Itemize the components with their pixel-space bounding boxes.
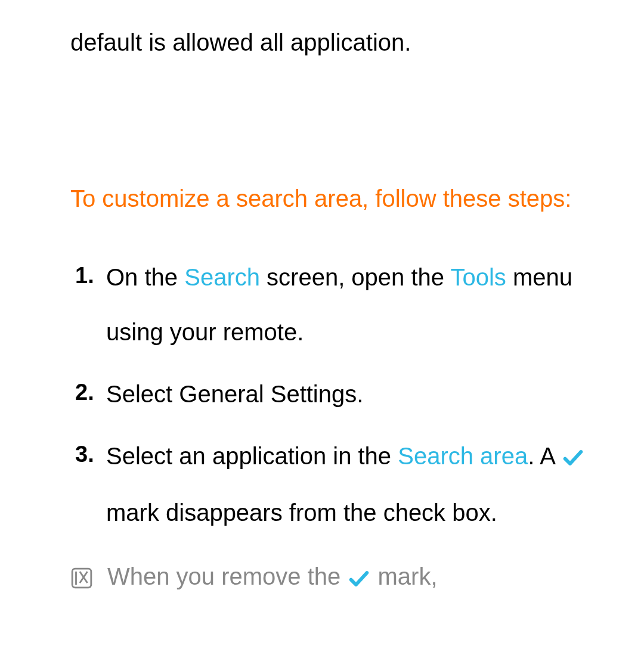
note-text-a: When you remove the xyxy=(107,563,347,589)
step-3: Select an application in the Search area… xyxy=(75,429,621,540)
search-highlight: Search xyxy=(184,264,260,290)
search-area-highlight: Search area xyxy=(398,443,528,469)
step-2: Select General Settings. xyxy=(75,367,621,421)
tools-highlight: Tools xyxy=(450,264,506,290)
step-1-text-b: screen, open the xyxy=(260,264,451,290)
check-icon xyxy=(561,430,585,485)
svg-rect-0 xyxy=(72,569,91,588)
section-heading: To customize a search area, follow these… xyxy=(70,171,621,226)
step-3-text-c: mark disappears from the check box. xyxy=(106,499,497,526)
note-block: When you remove the mark, xyxy=(70,558,621,600)
step-3-text-a: Select an application in the xyxy=(106,443,398,469)
intro-paragraph: default is allowed all application. xyxy=(70,24,621,61)
note-text: When you remove the mark, xyxy=(107,558,621,597)
note-icon xyxy=(70,563,93,600)
note-text-b: mark, xyxy=(371,563,437,589)
steps-list: On the Search screen, open the Tools men… xyxy=(70,250,621,540)
check-icon xyxy=(347,560,371,597)
step-1: On the Search screen, open the Tools men… xyxy=(75,250,621,359)
step-3-text-b: . A xyxy=(528,443,561,469)
step-2-text: Select General Settings. xyxy=(106,381,363,407)
step-1-text-a: On the xyxy=(106,264,184,290)
